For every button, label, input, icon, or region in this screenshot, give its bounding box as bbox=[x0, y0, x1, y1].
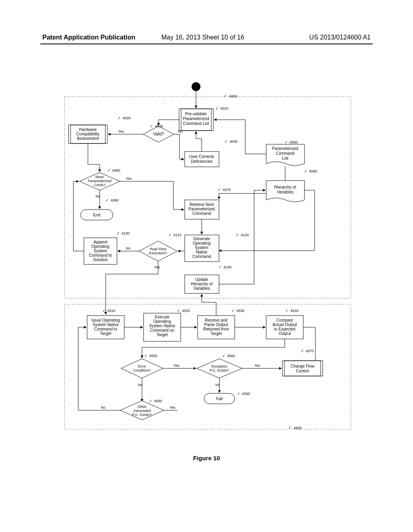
n4040-l1: User Corrects bbox=[189, 154, 214, 159]
ref-4110: 4110 bbox=[173, 233, 181, 237]
n4580-l3: P.C. Exists? bbox=[132, 413, 152, 417]
n4550-l2: Condition? bbox=[133, 368, 150, 372]
n4040-l2: Deficiencies bbox=[191, 159, 213, 164]
ref-4120: 4120 bbox=[241, 233, 249, 237]
no2: No bbox=[96, 194, 100, 198]
n4520-l4: Command on bbox=[150, 328, 174, 332]
figure-label: Figure 10 bbox=[0, 455, 413, 461]
n4540-l3: to Expected bbox=[274, 327, 296, 331]
ref-4530: 4530 bbox=[236, 309, 244, 313]
n4130-l1: Update bbox=[195, 277, 209, 282]
n4520-l1: Execute bbox=[155, 315, 170, 319]
n4100-l5: Solution bbox=[93, 258, 108, 262]
no1: No bbox=[178, 129, 183, 133]
ref-4050: 4050 bbox=[290, 140, 298, 144]
yes3: Yes bbox=[154, 265, 160, 269]
yes2: Yes bbox=[126, 177, 132, 181]
ref-4070: 4070 bbox=[223, 188, 231, 192]
n4540-l2: Actual Output bbox=[273, 322, 297, 327]
ref-4520: 4520 bbox=[182, 309, 190, 313]
n4530-l2: Parse Output bbox=[204, 322, 228, 327]
n4010-l1: Pre-validate bbox=[185, 112, 207, 116]
n4120-l1: Generate bbox=[193, 237, 210, 241]
ref-4510: 4510 bbox=[107, 309, 115, 313]
ref-4560: 4560 bbox=[227, 354, 235, 358]
n4010-l3: Command List bbox=[183, 121, 209, 126]
ref-4090: 4090 bbox=[111, 198, 119, 202]
ref-4540: 4540 bbox=[290, 309, 298, 313]
n4590-l: Fail bbox=[216, 397, 223, 401]
n4130-l2: Hierarchy of bbox=[191, 282, 213, 286]
n4540-l4: Output bbox=[279, 331, 291, 336]
n4060-l3: Cmds? bbox=[94, 183, 106, 187]
yes5: Yes bbox=[254, 364, 260, 368]
n4120-l5: Command bbox=[192, 254, 211, 259]
n4560-l2: P.C. Exists? bbox=[210, 368, 229, 372]
ref-4500: 4500 bbox=[294, 426, 302, 430]
n4060-l1: More bbox=[96, 175, 104, 179]
no6: No bbox=[101, 405, 106, 409]
n4010-l2: Parameterized bbox=[183, 116, 209, 121]
n4570-l2: Control bbox=[296, 369, 309, 373]
n4580-l1: Other bbox=[138, 405, 147, 409]
n4110-l2: Execution? bbox=[149, 251, 167, 255]
ref-4010: 4010 bbox=[220, 106, 228, 110]
n4540-l1: Compare bbox=[276, 318, 293, 322]
ref-4590: 4590 bbox=[242, 392, 250, 396]
yes6: Yes bbox=[169, 405, 175, 409]
svg-point-2 bbox=[192, 82, 200, 91]
n4510-l3: Command to bbox=[94, 327, 117, 331]
n4130-l3: Variables bbox=[194, 286, 210, 291]
ref-4060: 4060 bbox=[112, 168, 120, 172]
n4070-l3: Command bbox=[192, 211, 211, 216]
n4550-l1: Error bbox=[138, 364, 146, 368]
flowchart-diagram: 4000 4500 Pre-validate Parameterized Com… bbox=[0, 0, 413, 532]
yes1: Yes bbox=[118, 129, 124, 133]
n4050-l2: Command bbox=[276, 151, 294, 156]
n4530-l3: Returned from bbox=[203, 327, 229, 331]
n4100-l4: Command to bbox=[89, 253, 112, 258]
n4120-l3: System bbox=[195, 245, 208, 250]
yes4: Yes bbox=[173, 364, 179, 368]
ref-4000: 4000 bbox=[229, 94, 237, 98]
n4050-l3: List bbox=[282, 156, 288, 160]
n4510-l1: Issue Operating bbox=[92, 318, 120, 322]
svg-rect-63 bbox=[282, 361, 323, 376]
no4: No bbox=[138, 383, 143, 387]
n4060-l2: Parameterized bbox=[88, 179, 112, 183]
n4020-l3: Assessment bbox=[77, 136, 99, 141]
n4520-l5: Target bbox=[156, 332, 168, 337]
n4560-l1: Exception bbox=[211, 364, 227, 368]
ref-4030: 4030 bbox=[155, 124, 163, 128]
ref-4100: 4100 bbox=[121, 231, 129, 235]
n4020-l2: Compatibility bbox=[76, 132, 99, 136]
n4530-l1: Receive and bbox=[205, 318, 227, 322]
n4520-l3: System Native bbox=[149, 324, 175, 328]
n4030-l: Valid? bbox=[153, 132, 164, 136]
n4100-l1: Append bbox=[94, 240, 107, 244]
n4090-l: End bbox=[93, 213, 100, 217]
n4580-l2: Associated bbox=[133, 409, 151, 413]
n4110-l1: Real-Time bbox=[150, 247, 166, 251]
n4120-l4: Native bbox=[196, 250, 208, 254]
n4530-l4: Target bbox=[211, 331, 222, 336]
n4070-l2: Parameterized bbox=[188, 207, 215, 211]
ref-4130: 4130 bbox=[223, 265, 232, 269]
n4070-l1: Retrieve Next bbox=[190, 202, 214, 207]
ref-4040: 4040 bbox=[229, 139, 238, 143]
n4080-l1: Hierarchy of bbox=[274, 185, 296, 189]
no3: No bbox=[126, 246, 131, 250]
n4510-l2: System Native bbox=[93, 322, 119, 327]
n4100-l3: System bbox=[94, 249, 107, 253]
n4570-l1: Change Flow bbox=[291, 364, 315, 368]
no5: No bbox=[215, 383, 220, 387]
ref-4080: 4080 bbox=[309, 169, 317, 173]
n4520-l2: Operating bbox=[153, 319, 171, 324]
n4050-l1: Parameterized bbox=[272, 146, 298, 151]
ref-4570: 4570 bbox=[306, 349, 314, 353]
n4120-l2: Operating bbox=[193, 241, 211, 245]
ref-4020: 4020 bbox=[123, 116, 131, 120]
n4020-l1: Hardware bbox=[79, 127, 97, 132]
n4080-l2: Variables bbox=[277, 190, 294, 194]
n4100-l2: Operating bbox=[92, 244, 109, 249]
